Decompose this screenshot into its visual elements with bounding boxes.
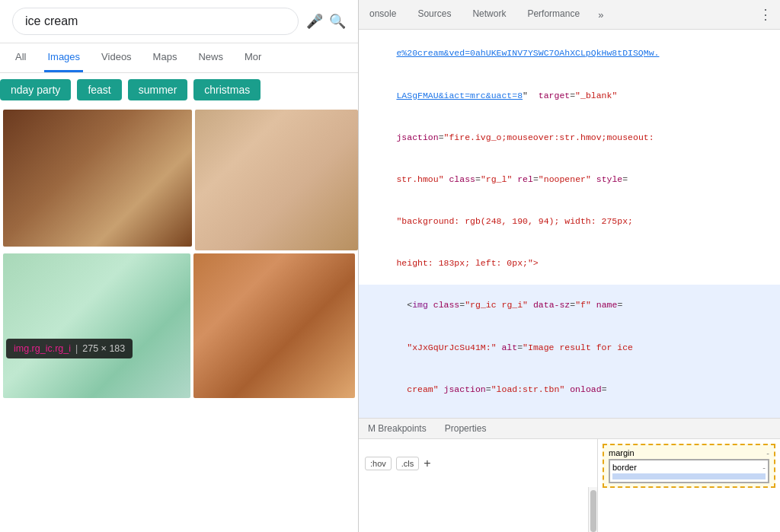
tab-news[interactable]: News — [195, 43, 226, 72]
code-line-1: e%20cream&ved=0ahUKEwINV7YSWC7OAhXCLpQkH… — [359, 33, 780, 75]
image-tooltip-badge: img.rg_ic.rg_i | 275 × 183 — [6, 339, 133, 358]
add-style-button[interactable]: + — [424, 457, 430, 470]
tooltip-separator: | — [75, 343, 78, 354]
border-value: - — [762, 463, 766, 472]
code-line-9: cream" jsaction="load:str.tbn" onload= — [359, 368, 780, 410]
code-line-5: "background: rgb(248, 190, 94); width: 2… — [359, 201, 780, 243]
image-col-left — [3, 110, 192, 250]
tab-network[interactable]: Network — [462, 2, 516, 27]
devtools-toolbar: onsole Sources Network Performance » ⋮ — [359, 0, 780, 30]
images-grid-bottom — [0, 253, 358, 401]
image-col-right — [195, 110, 358, 250]
margin-label: margin — [609, 448, 635, 457]
styles-bar: :hov .cls + — [359, 439, 597, 487]
code-line-3: jsaction="fire.ivg_o;mouseover:str.hmov;… — [359, 116, 780, 158]
code-line-10: "google.aft&&google.aft(this)" src="data… — [359, 411, 780, 418]
code-panel[interactable]: e%20cream&ved=0ahUKEwINV7YSWC7OAhXCLpQkH… — [359, 30, 780, 418]
search-bar: 🎤 🔍 — [0, 0, 358, 43]
tab-dom-breakpoints[interactable]: M Breakpoints — [359, 419, 436, 438]
box-model-panel: margin - border - — [597, 439, 780, 532]
images-grid-top — [0, 107, 358, 253]
chip-summer[interactable]: summer — [128, 79, 188, 100]
image-warm-scoops[interactable] — [193, 253, 355, 398]
scrollbar-container — [359, 487, 597, 532]
tab-maps[interactable]: Maps — [150, 43, 181, 72]
cls-button[interactable]: .cls — [396, 457, 420, 470]
margin-row: margin - — [609, 448, 769, 457]
code-line-2: LASgFMAU&iact=mrc&uact=8" target="_blank… — [359, 75, 780, 116]
tooltip-dimensions: 275 × 183 — [82, 343, 125, 354]
bottom-panel: M Breakpoints Properties :hov .cls + — [359, 418, 780, 532]
filter-chips: nday party feast summer christmas — [0, 73, 358, 107]
tab-performance[interactable]: Performance — [516, 2, 590, 27]
tab-sources[interactable]: Sources — [407, 2, 462, 27]
box-model-border: border - — [609, 459, 769, 483]
code-line-6: height: 183px; left: 0px;"> — [359, 243, 780, 285]
tab-all[interactable]: All — [12, 43, 29, 72]
search-icon[interactable]: 🔍 — [329, 13, 346, 30]
tab-more[interactable]: Mor — [241, 43, 264, 72]
mic-icon[interactable]: 🎤 — [306, 13, 323, 30]
hov-button[interactable]: :hov — [365, 457, 392, 470]
bottom-panel-tabs: M Breakpoints Properties — [359, 419, 780, 439]
chip-christmas[interactable]: christmas — [193, 79, 261, 100]
devtools-panel: onsole Sources Network Performance » ⋮ e… — [358, 0, 780, 532]
styles-area: :hov .cls + — [359, 439, 597, 532]
tab-images[interactable]: Images — [44, 43, 83, 72]
devtools-menu-icon[interactable]: ⋮ — [751, 0, 780, 29]
image-chocolate-scoops[interactable] — [3, 110, 192, 247]
scrollbar-thumb[interactable] — [590, 490, 596, 532]
chip-nday-party[interactable]: nday party — [0, 79, 71, 100]
tab-properties[interactable]: Properties — [436, 419, 496, 438]
margin-value: - — [766, 448, 769, 457]
code-line-8: "xJxGqUrJcSu41M:" alt="Image result for … — [359, 327, 780, 368]
image-cups-sprinkles[interactable] — [195, 110, 358, 250]
tab-more-devtools[interactable]: » — [590, 3, 611, 27]
tab-console[interactable]: onsole — [359, 2, 407, 27]
image-pastel-scoops[interactable] — [3, 253, 190, 398]
styles-content — [359, 487, 588, 532]
code-line-7: <img class="rg_ic rg_i" data-sz="f" name… — [359, 285, 780, 327]
bottom-panel-content: :hov .cls + margin - — [359, 439, 780, 532]
tooltip-img-tag: img.rg_ic.rg_i — [14, 343, 71, 354]
search-icons: 🎤 🔍 — [306, 13, 346, 30]
border-label: border — [612, 463, 637, 472]
chip-feast[interactable]: feast — [77, 79, 121, 100]
nav-tabs: All Images Videos Maps News Mor — [0, 43, 358, 73]
border-row: border - — [612, 463, 766, 472]
scrollbar[interactable] — [588, 487, 597, 532]
box-model-margin: margin - border - — [603, 444, 775, 488]
google-images-panel: 🎤 🔍 All Images Videos Maps News Mor nday… — [0, 0, 358, 532]
box-model-content — [612, 473, 766, 479]
search-input[interactable] — [12, 8, 299, 35]
code-line-4: str.hmou" class="rg_l" rel="noopener" st… — [359, 159, 780, 201]
tab-videos[interactable]: Videos — [98, 43, 135, 72]
